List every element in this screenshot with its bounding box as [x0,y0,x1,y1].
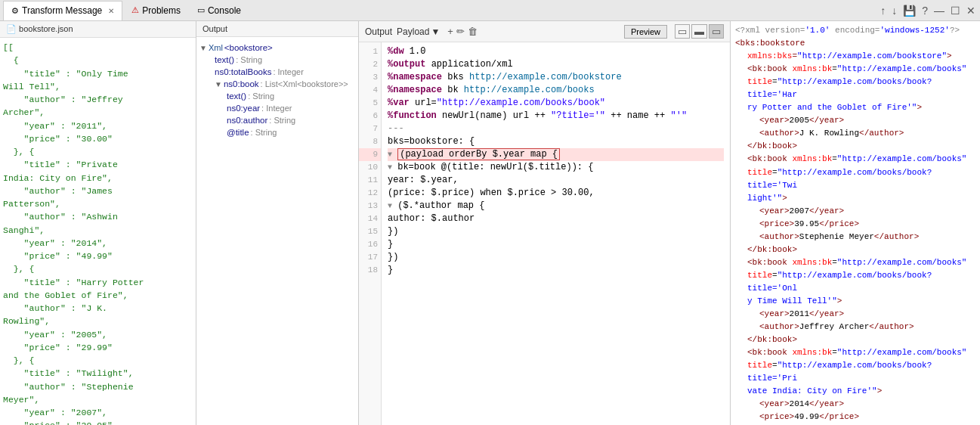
xml-line-book2-end: </bk:book> [747,244,975,256]
toolbar-icons: + ✏ 🗑 [447,26,478,37]
tree-node-title-attr: @title : String [227,126,355,138]
close-window-icon[interactable]: ✕ [965,3,977,18]
code-line-10: ▼ bk=book @(title: newUrl($.title)): { [388,161,724,174]
left-panel-title: 📄 bookstore.json [0,21,196,38]
tree-content: ▼ Xml<bookstore> text() : String ns0:tot… [196,37,358,143]
maximize-icon[interactable]: ☐ [949,3,962,18]
payload-label: Payload [397,26,429,37]
top-bar: ⚙ Transform Message ✕ ⚠ Problems ▭ Conso… [0,0,980,21]
xml-line-book4: <bk:book xmlns:bk="http://example.com/bo… [747,346,975,359]
xml-line-book2-title: title="http://example.com/books/book?tit… [747,166,975,192]
xml-line-book2: <bk:book xmlns:bk="http://example.com/bo… [747,153,975,166]
code-content: 1 2 3 4 5 6 7 8 9 10 11 12 13 14 15 16 1… [359,42,730,425]
tab-problems-label: Problems [142,5,181,16]
tab-problems[interactable]: ⚠ Problems [124,1,188,20]
middle-panel-label: Output [202,24,227,33]
tree-node-year: ns0:year : Integer [227,102,355,114]
tab-console[interactable]: ▭ Console [190,1,249,20]
xml-line-year4: <year>2014</year> [759,398,975,411]
view-icons: ▭ ▬ ▭ [675,24,724,39]
xml-line-author2: <author>Stephenie Meyer</author> [759,231,975,244]
problems-icon: ⚠ [131,5,139,15]
tree-book-expand[interactable]: ▼ [215,80,222,88]
tab-transform-close[interactable]: ✕ [108,7,114,15]
tab-transform-label: Transform Message [22,5,102,16]
xml-panel: <?xml version='1.0' encoding='windows-12… [731,21,980,425]
middle-panel-title: Output [196,21,358,37]
xml-line-bks: <bks:bookstore [735,37,975,50]
code-line-6: %function newUrl(name) url ++ "?title='"… [388,110,724,123]
xml-line-year3: <year>2011</year> [759,308,975,321]
code-line-13: ▼ ($.*author map { [388,200,724,212]
code-line-14: author: $.author [388,212,724,225]
save-icon[interactable]: 💾 [901,3,917,18]
file-icon: 📄 [6,24,17,33]
view-split2-icon[interactable]: ▬ [691,24,707,39]
xml-line-book3-title: title="http://example.com/books/book?tit… [747,269,975,295]
tab-transform[interactable]: ⚙ Transform Message ✕ [3,1,122,20]
code-line-12: (price: $.price) when $.price > 30.00, [388,187,724,200]
window-controls: ↑ ↓ 💾 ? — ☐ ✕ [879,3,977,18]
help-icon[interactable]: ? [920,3,929,18]
preview-button[interactable]: Preview [624,25,667,39]
xml-line-price4: <price>49.99</price> [759,411,975,423]
console-icon: ▭ [197,5,205,15]
xml-line-book4-title: title="http://example.com/books/book?tit… [747,359,975,385]
code-line-16: } [388,238,724,251]
nav-back-icon[interactable]: ↑ [879,3,887,18]
tree-node-book: ▼ ns0:book : List<Xml<bookstore>> [215,78,355,90]
code-line-3: %namespace bks http://example.com/bookst… [388,71,724,84]
left-panel-filename: bookstore.json [19,24,73,33]
tab-console-label: Console [208,5,241,16]
output-label: Output [365,26,392,37]
nav-forward-icon[interactable]: ↓ [890,3,898,18]
code-line-15: }) [388,225,724,238]
code-line-5: %var url="http://example.com/books/book" [388,97,724,110]
tree-root-label: <bookstore> [224,43,273,52]
code-lines: %dw 1.0 %output application/xml %namespa… [382,42,730,425]
code-toolbar: Output Payload ▼ + ✏ 🗑 Preview ▭ ▬ ▭ [359,21,730,42]
left-panel: 📄 bookstore.json [[ { "title" : "Only Ti… [0,21,196,425]
view-split1-icon[interactable]: ▭ [675,24,690,39]
xml-line-price2: <price>39.95</price> [759,218,975,231]
code-line-7: --- [388,123,724,135]
code-line-8: bks=bookstore: { [388,135,724,148]
main-layout: 📄 bookstore.json [[ { "title" : "Only Ti… [0,21,980,425]
add-icon[interactable]: + [447,26,453,37]
xml-line-book3: <bk:book xmlns:bk="http://example.com/bo… [747,256,975,269]
xml-line-year2: <year>2007</year> [759,205,975,218]
line-numbers: 1 2 3 4 5 6 7 8 9 10 11 12 13 14 15 16 1… [359,42,382,425]
middle-panel: Output ▼ Xml<bookstore> text() : String … [196,21,359,425]
xml-line-xmlns-bks: xmlns:bks="http://example.com/bookstore"… [747,50,975,63]
code-line-18: } [388,264,724,277]
left-panel-content: [[ { "title" : "Only Time Will Tell", "a… [0,38,196,425]
xml-icon: Xml [209,43,223,52]
view-single-icon[interactable]: ▭ [709,24,724,39]
code-panel: Output Payload ▼ + ✏ 🗑 Preview ▭ ▬ ▭ 1 2… [359,21,731,425]
xml-line-book1-title: title="http://example.com/books/book?tit… [747,76,975,101]
delete-icon[interactable]: 🗑 [468,26,478,37]
xml-line-year1: <year>2005</year> [759,114,975,127]
tree-root-expand[interactable]: ▼ [199,44,207,52]
edit-icon[interactable]: ✏ [456,26,465,37]
tree-root: ▼ Xml<bookstore> [199,42,355,54]
xml-line-book2-title2: light'"> [747,192,975,205]
xml-line-book3-title2: y Time Will Tell'"> [747,295,975,308]
xml-line-book1-title2: ry Potter and the Goblet of Fire'"> [747,101,975,114]
xml-line-book4-title2: vate India: City on Fire'"> [747,385,975,398]
tree-node-text2: text() : String [227,90,355,102]
minimize-icon[interactable]: — [932,3,946,18]
transform-icon: ⚙ [11,6,19,16]
payload-dropdown[interactable]: Payload ▼ [397,26,440,37]
xml-line-book1-end: </bk:book> [747,140,975,153]
code-line-11: year: $.year, [388,174,724,187]
xml-line-book3-end: </bk:book> [747,333,975,346]
tree-node-totalbooks: ns0:totalBooks : Integer [215,66,355,78]
code-line-9: ▼ (payload orderBy $.year map { [388,148,724,161]
xml-line-author1: <author>J K. Rowling</author> [759,127,975,140]
xml-line-author3: <author>Jeffrey Archer</author> [759,321,975,333]
dropdown-arrow: ▼ [431,26,440,37]
code-line-4: %namespace bk http://example.com/books [388,84,724,97]
code-line-2: %output application/xml [388,58,724,71]
code-line-1: %dw 1.0 [388,45,724,58]
